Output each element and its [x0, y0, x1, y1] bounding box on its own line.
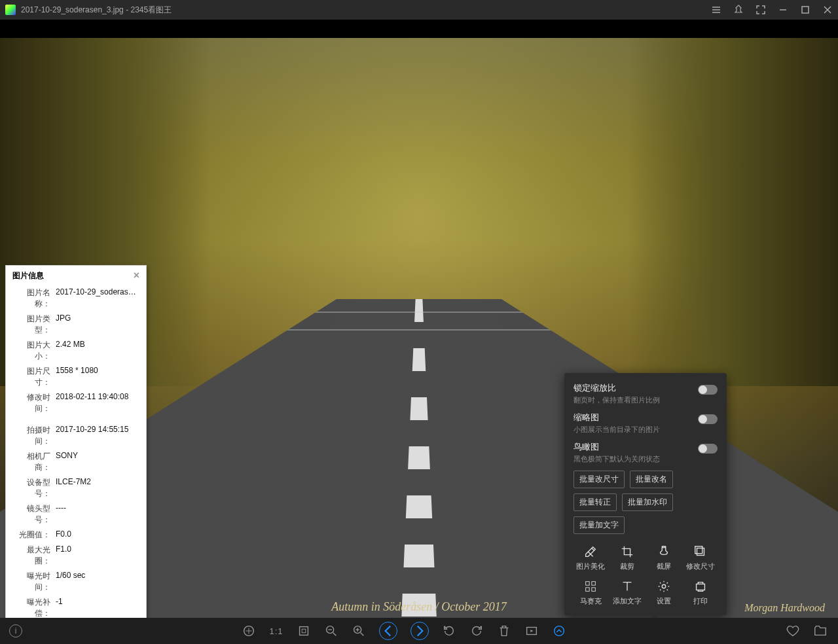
tool-icon — [657, 545, 671, 559]
minimize-icon[interactable] — [778, 5, 788, 15]
tool-button[interactable]: 马赛克 — [574, 577, 608, 609]
tool-label: 设置 — [657, 596, 671, 606]
svg-rect-11 — [302, 629, 306, 633]
favorite-icon[interactable] — [786, 624, 800, 638]
exif-value: JPG — [56, 313, 139, 336]
exif-label: 图片尺寸： — [12, 366, 50, 388]
tool-button[interactable]: 裁剪 — [610, 542, 644, 574]
zoom-out-icon[interactable] — [324, 624, 338, 638]
fit-icon[interactable] — [242, 624, 256, 638]
close-icon[interactable] — [822, 5, 833, 15]
svg-rect-4 — [592, 582, 596, 586]
delete-icon[interactable] — [497, 624, 511, 638]
zoom-in-icon[interactable] — [352, 624, 366, 638]
tool-label: 截屏 — [657, 562, 671, 571]
tool-grid: 图片美化裁剪截屏修改尺寸马赛克添加文字设置打印 — [574, 542, 718, 609]
toggle-switch[interactable] — [698, 444, 718, 454]
tool-button[interactable]: 截屏 — [647, 542, 681, 574]
svg-rect-2 — [695, 546, 702, 554]
settings-option: 鸟瞰图黑色极简下默认为关闭状态 — [574, 441, 718, 464]
exif-label: 设备型号： — [12, 477, 50, 499]
tool-button[interactable]: 打印 — [683, 577, 718, 609]
exif-value: ILCE-7M2 — [56, 477, 139, 499]
exif-value: SONY — [56, 451, 139, 473]
exif-label: 相机厂商： — [12, 451, 50, 473]
rotate-left-icon[interactable] — [442, 624, 456, 638]
next-button[interactable] — [410, 622, 429, 640]
tool-icon — [693, 579, 708, 594]
settings-option: 缩略图小图展示当前目录下的图片 — [574, 412, 718, 435]
exif-label: 曝光补偿： — [12, 597, 50, 619]
tool-button[interactable]: 图片美化 — [574, 542, 608, 574]
exif-close-icon[interactable]: × — [134, 270, 139, 281]
batch-button[interactable]: 批量改尺寸 — [574, 471, 625, 488]
fullscreen-icon[interactable] — [756, 5, 766, 15]
exif-row: 拍摄时间：2017-10-29 14:55:15 — [6, 423, 146, 449]
batch-buttons: 批量改尺寸批量改名批量转正批量加水印批量加文字 — [574, 471, 718, 534]
exif-value: 1/60 sec — [56, 571, 139, 593]
exif-row: 设备型号：ILCE-7M2 — [6, 475, 146, 501]
exif-row: 图片名称：2017-10-29_soderasen_3 — [6, 285, 146, 312]
folder-icon[interactable] — [813, 624, 828, 638]
toggle-switch[interactable] — [698, 414, 718, 424]
exif-value: F1.0 — [56, 545, 139, 567]
tool-label: 裁剪 — [620, 562, 634, 571]
more-icon[interactable] — [552, 624, 566, 638]
maximize-icon[interactable] — [800, 5, 811, 15]
exif-value: 2017-10-29 14:55:15 — [56, 425, 139, 447]
batch-button[interactable]: 批量加文字 — [574, 516, 625, 534]
option-desc: 小图展示当前目录下的图片 — [574, 425, 718, 435]
batch-button[interactable]: 批量转正 — [574, 493, 617, 511]
exif-row: 光圈值：F0.0 — [6, 528, 146, 543]
tool-button[interactable]: 设置 — [647, 577, 681, 609]
option-desc: 黑色极简下默认为关闭状态 — [574, 454, 718, 464]
exif-value: -1 — [56, 597, 139, 619]
exif-value: 2017-10-29_soderasen_3 — [56, 287, 139, 310]
exif-header: 图片信息 — [12, 270, 44, 281]
toggle-switch[interactable] — [698, 385, 718, 395]
exif-label: 图片大小： — [12, 340, 50, 362]
exif-panel: 图片信息 × 图片名称：2017-10-29_soderasen_3图片类型：J… — [5, 265, 147, 644]
exif-value: 2.42 MB — [56, 340, 139, 362]
exif-row: 修改时间：2018-02-11 19:40:08 — [6, 390, 146, 416]
tool-label: 修改尺寸 — [686, 562, 715, 571]
tool-label: 图片美化 — [576, 562, 605, 571]
svg-point-15 — [555, 626, 564, 636]
exif-label: 拍摄时间： — [12, 425, 50, 447]
svg-rect-5 — [586, 588, 590, 592]
option-title: 锁定缩放比 — [574, 382, 718, 394]
rotate-right-icon[interactable] — [469, 624, 484, 638]
photo-caption: Autumn in Söderåsen / October 2017 — [331, 600, 506, 614]
titlebar: 2017-10-29_soderasen_3.jpg - 2345看图王 — [0, 0, 838, 20]
tool-icon — [620, 545, 634, 559]
prev-button[interactable] — [379, 622, 397, 640]
svg-rect-0 — [802, 7, 809, 13]
batch-button[interactable]: 批量加水印 — [622, 493, 673, 511]
exif-label: 光圈值： — [12, 529, 50, 541]
tool-button[interactable]: 添加文字 — [610, 577, 644, 609]
option-desc: 翻页时，保持查看图片比例 — [574, 395, 718, 405]
slideshow-icon[interactable] — [524, 624, 539, 638]
photo-author: Morgan Hardwood — [744, 602, 825, 614]
tool-label: 添加文字 — [613, 596, 642, 606]
exif-label: 修改时间： — [12, 392, 50, 414]
tool-icon — [583, 579, 598, 594]
exif-row: 镜头型号：---- — [6, 501, 146, 528]
zoom-home-icon[interactable] — [297, 624, 311, 638]
exif-value: 2018-02-11 19:40:08 — [56, 392, 139, 414]
option-title: 鸟瞰图 — [574, 441, 718, 453]
batch-button[interactable]: 批量改名 — [630, 471, 673, 488]
exif-row: 曝光补偿：-1 — [6, 595, 146, 621]
menu-icon[interactable] — [711, 5, 721, 15]
pin-icon[interactable] — [733, 5, 744, 15]
tool-button[interactable]: 修改尺寸 — [683, 542, 718, 574]
exif-value: 1558 * 1080 — [56, 366, 139, 388]
one-to-one-button[interactable]: 1:1 — [269, 624, 283, 638]
exif-label: 镜头型号： — [12, 503, 50, 526]
exif-row: 曝光时间：1/60 sec — [6, 569, 146, 595]
tool-label: 打印 — [693, 596, 708, 606]
app-icon — [5, 5, 16, 15]
info-icon[interactable]: i — [9, 624, 22, 637]
option-title: 缩略图 — [574, 412, 718, 423]
bottom-toolbar: i 1:1 — [0, 618, 838, 644]
